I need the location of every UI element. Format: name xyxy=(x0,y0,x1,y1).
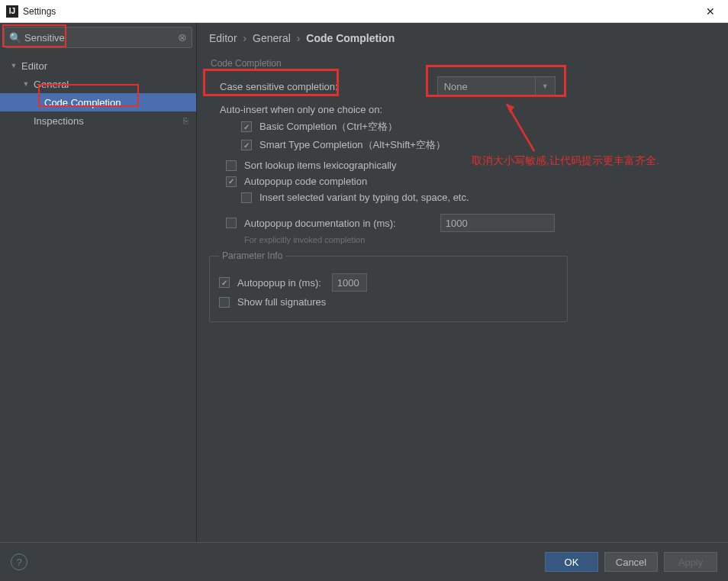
tree-label: General xyxy=(34,79,69,90)
sidebar: 🔍 ⊗ ▼ Editor ▼ General Code Completion I… xyxy=(0,23,197,542)
autopopup-in-checkbox[interactable] xyxy=(219,277,230,288)
autopopup-doc-row: Autopopup documentation in (ms): xyxy=(209,214,713,232)
clear-icon[interactable]: ⊗ xyxy=(178,31,187,44)
basic-completion-checkbox[interactable] xyxy=(241,121,252,132)
smart-completion-label: Smart Type Completion（Alt+Shift+空格） xyxy=(259,138,446,152)
chevron-down-icon: ▼ xyxy=(535,77,549,95)
sort-lookup-label: Sort lookup items lexicographically xyxy=(244,160,396,171)
show-full-sig-label: Show full signatures xyxy=(237,296,326,308)
autopopup-in-input[interactable] xyxy=(332,273,367,292)
tree-label: Code Completion xyxy=(44,97,121,108)
smart-completion-checkbox[interactable] xyxy=(241,140,252,150)
settings-tree: ▼ Editor ▼ General Code Completion Inspe… xyxy=(0,52,196,130)
autopopup-in-row: Autopopup in (ms): xyxy=(219,273,558,292)
show-full-sig-checkbox[interactable] xyxy=(219,297,230,308)
tree-label: Editor xyxy=(21,60,47,72)
insert-variant-row: Insert selected variant by typing dot, s… xyxy=(209,192,713,203)
copy-icon: ⎘ xyxy=(183,116,188,125)
titlebar: IJ Settings ✕ xyxy=(0,0,728,23)
search-box[interactable]: 🔍 ⊗ xyxy=(4,27,192,48)
autopopup-doc-label: Autopopup documentation in (ms): xyxy=(244,218,396,229)
breadcrumb-part: Editor xyxy=(209,32,237,44)
section-header: Code Completion xyxy=(209,58,713,69)
smart-completion-row: Smart Type Completion（Alt+Shift+空格） xyxy=(209,138,713,152)
breadcrumb-part: General xyxy=(253,32,291,44)
search-input[interactable] xyxy=(24,32,178,44)
case-sensitive-dropdown[interactable]: None ▼ xyxy=(437,76,556,96)
autopopup-in-label: Autopopup in (ms): xyxy=(237,277,321,289)
breadcrumb: Editor › General › Code Completion xyxy=(209,32,713,44)
tree-general[interactable]: ▼ General xyxy=(0,75,196,93)
tree-inspections[interactable]: Inspections ⎘ xyxy=(0,111,196,130)
content-panel: Editor › General › Code Completion Code … xyxy=(197,23,728,542)
chevron-right-icon: › xyxy=(297,32,301,44)
ok-button[interactable]: OK xyxy=(545,552,598,572)
chevron-down-icon: ▼ xyxy=(21,80,31,88)
search-icon: 🔍 xyxy=(9,32,21,44)
help-icon[interactable]: ? xyxy=(11,554,27,570)
autopopup-code-label: Autopopup code completion xyxy=(244,176,367,187)
footer-buttons: OK Cancel Apply xyxy=(545,552,717,572)
basic-completion-label: Basic Completion（Ctrl+空格） xyxy=(259,120,398,134)
insert-variant-checkbox[interactable] xyxy=(241,192,252,203)
parameter-info-group: Parameter Info Autopopup in (ms): Show f… xyxy=(209,250,568,322)
app-icon: IJ xyxy=(6,5,18,18)
chevron-down-icon: ▼ xyxy=(9,62,18,69)
doc-hint: For explicitly invoked completion xyxy=(209,235,713,244)
tree-editor[interactable]: ▼ Editor xyxy=(0,56,196,75)
dialog-footer: ? OK Cancel Apply xyxy=(0,542,728,581)
insert-variant-label: Insert selected variant by typing dot, s… xyxy=(259,192,469,203)
basic-completion-row: Basic Completion（Ctrl+空格） xyxy=(209,120,713,134)
main-area: 🔍 ⊗ ▼ Editor ▼ General Code Completion I… xyxy=(0,23,728,542)
dropdown-value: None xyxy=(444,81,468,92)
breadcrumb-current: Code Completion xyxy=(306,32,395,44)
case-sensitive-row: Case sensitive completion: None ▼ xyxy=(209,76,713,96)
apply-button[interactable]: Apply xyxy=(664,552,717,572)
sort-lookup-checkbox[interactable] xyxy=(226,160,237,171)
tree-code-completion[interactable]: Code Completion xyxy=(0,93,196,111)
close-icon[interactable]: ✕ xyxy=(699,5,722,18)
show-full-sig-row: Show full signatures xyxy=(219,296,558,308)
search-wrap: 🔍 ⊗ xyxy=(0,23,196,52)
case-sensitive-label: Case sensitive completion: xyxy=(220,81,338,92)
autopopup-code-checkbox[interactable] xyxy=(226,176,237,187)
autopopup-code-row: Autopopup code completion xyxy=(209,176,713,187)
cancel-button[interactable]: Cancel xyxy=(604,552,658,572)
chevron-right-icon: › xyxy=(243,32,246,44)
auto-insert-label: Auto-insert when only one choice on: xyxy=(220,104,382,115)
tree-label: Inspections xyxy=(34,115,84,127)
annotation-text: 取消大小写敏感,让代码提示更丰富齐全. xyxy=(472,154,659,168)
auto-insert-label-row: Auto-insert when only one choice on: xyxy=(209,104,713,115)
autopopup-doc-checkbox[interactable] xyxy=(226,218,237,228)
parameter-info-legend: Parameter Info xyxy=(219,250,285,261)
autopopup-doc-input[interactable] xyxy=(440,214,555,232)
window-title: Settings xyxy=(23,6,699,17)
